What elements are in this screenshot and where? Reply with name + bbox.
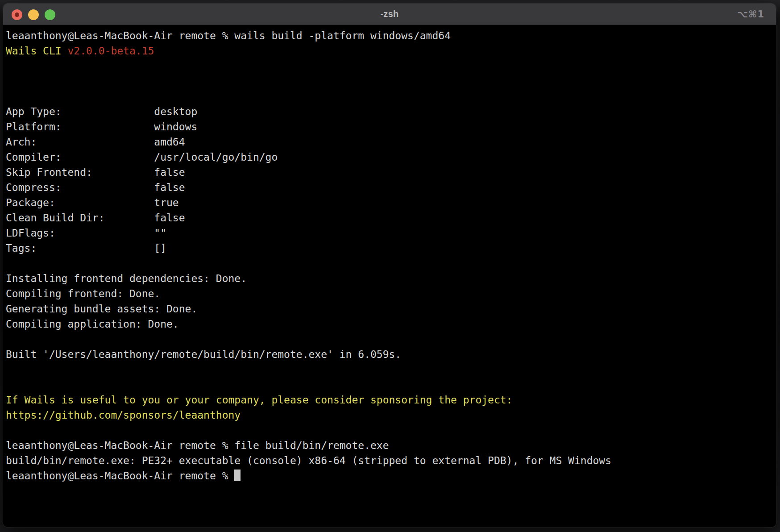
terminal-line: Generating bundle assets: Done. — [6, 301, 774, 316]
config-row-text: Tags: [] — [6, 242, 166, 254]
terminal-line: Built '/Users/leaanthony/remote/build/bi… — [6, 347, 774, 362]
terminal-text: Built '/Users/leaanthony/remote/build/bi… — [6, 349, 401, 360]
terminal-line: Platform: windows — [6, 119, 774, 134]
desktop-background: -zsh ⌥⌘1 leaanthony@Leas-MacBook-Air rem… — [0, 0, 780, 532]
terminal-text: Compiling frontend: Done. — [6, 288, 160, 299]
terminal-line: Package: true — [6, 195, 774, 210]
terminal-text: leaanthony@Leas-MacBook-Air remote % wai… — [6, 30, 451, 42]
terminal-text: If Wails is useful to you or your compan… — [6, 394, 512, 406]
terminal-line — [6, 332, 774, 347]
config-row-text: LDFlags: "" — [6, 227, 166, 239]
config-row-text: Compiler: /usr/local/go/bin/go — [6, 151, 278, 163]
terminal-window: -zsh ⌥⌘1 leaanthony@Leas-MacBook-Air rem… — [3, 4, 776, 527]
terminal-line: If Wails is useful to you or your compan… — [6, 392, 774, 407]
config-row-text: Arch: amd64 — [6, 136, 185, 148]
terminal-line: Compress: false — [6, 180, 774, 195]
terminal-line: Compiling frontend: Done. — [6, 286, 774, 301]
config-row-text: Skip Frontend: false — [6, 166, 185, 178]
zoom-button[interactable] — [45, 9, 55, 20]
terminal-line: Skip Frontend: false — [6, 165, 774, 180]
terminal-text: build/bin/remote.exe: PE32+ executable (… — [6, 455, 611, 466]
titlebar[interactable]: -zsh ⌥⌘1 — [3, 4, 776, 25]
terminal-line: leaanthony@Leas-MacBook-Air remote % — [6, 468, 774, 483]
terminal-line — [6, 377, 774, 392]
terminal-line — [6, 362, 774, 377]
config-row-text: App Type: desktop — [6, 106, 197, 117]
terminal-cursor — [234, 470, 241, 481]
config-row-text: Platform: windows — [6, 121, 197, 133]
terminal-text: Installing frontend dependencies: Done. — [6, 273, 247, 284]
wails-cli-label: Wails CLI — [6, 45, 67, 57]
terminal-line — [6, 423, 774, 438]
terminal-line: Compiling application: Done. — [6, 316, 774, 332]
terminal-line: LDFlags: "" — [6, 225, 774, 241]
terminal-output[interactable]: leaanthony@Leas-MacBook-Air remote % wai… — [3, 25, 776, 527]
terminal-line: Clean Build Dir: false — [6, 210, 774, 225]
terminal-line: https://github.com/sponsors/leaanthony — [6, 407, 774, 423]
window-shortcut-badge: ⌥⌘1 — [737, 4, 764, 25]
config-row-text: Package: true — [6, 197, 179, 208]
terminal-line: Installing frontend dependencies: Done. — [6, 271, 774, 286]
terminal-line: Tags: [] — [6, 241, 774, 256]
terminal-line — [6, 89, 774, 104]
terminal-line: leaanthony@Leas-MacBook-Air remote % wai… — [6, 28, 774, 43]
terminal-line: leaanthony@Leas-MacBook-Air remote % fil… — [6, 438, 774, 453]
close-modified-dot — [15, 12, 19, 17]
terminal-line — [6, 58, 774, 74]
terminal-line — [6, 256, 774, 271]
terminal-line: Compiler: /usr/local/go/bin/go — [6, 150, 774, 165]
terminal-line: Wails CLI v2.0.0-beta.15 — [6, 43, 774, 58]
terminal-text: leaanthony@Leas-MacBook-Air remote % — [6, 470, 234, 482]
wails-cli-version: v2.0.0-beta.15 — [67, 45, 154, 57]
terminal-text: Compiling application: Done. — [6, 318, 179, 330]
terminal-line: Arch: amd64 — [6, 134, 774, 150]
terminal-text: leaanthony@Leas-MacBook-Air remote % fil… — [6, 440, 389, 451]
sponsor-link: https://github.com/sponsors/leaanthony — [6, 409, 241, 421]
minimize-button[interactable] — [28, 9, 39, 20]
terminal-text: Generating bundle assets: Done. — [6, 303, 197, 315]
close-button[interactable] — [12, 9, 22, 20]
traffic-lights — [12, 9, 55, 20]
config-row-text: Clean Build Dir: false — [6, 212, 185, 224]
terminal-line: App Type: desktop — [6, 104, 774, 119]
config-row-text: Compress: false — [6, 182, 185, 193]
window-title: -zsh — [380, 9, 398, 19]
terminal-line: build/bin/remote.exe: PE32+ executable (… — [6, 453, 774, 468]
terminal-line — [6, 74, 774, 89]
